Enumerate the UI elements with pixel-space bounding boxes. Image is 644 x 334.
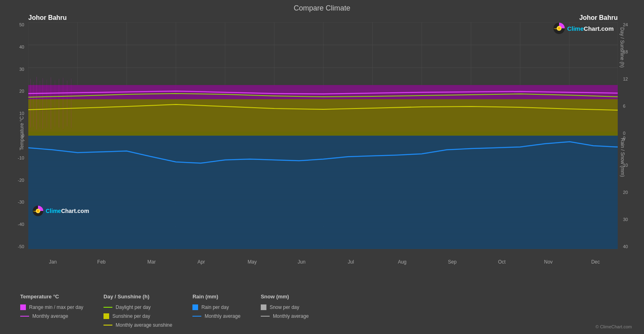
svg-rect-45 bbox=[63, 78, 63, 129]
month-mar: Mar bbox=[148, 259, 156, 265]
logo-text-bottom: ClimeChart.com bbox=[46, 208, 89, 214]
month-may: May bbox=[247, 259, 257, 265]
svg-rect-42 bbox=[51, 77, 51, 129]
svg-rect-31 bbox=[28, 136, 618, 249]
legend-rain-per-day-label: Rain per day bbox=[201, 304, 229, 310]
legend-snow-title: Snow (mm) bbox=[261, 294, 309, 300]
y-right-rain-30: 30 bbox=[623, 217, 628, 222]
legend-temp-avg: Monthly average bbox=[20, 313, 83, 319]
legend-rain-title: Rain (mm) bbox=[192, 294, 241, 300]
month-nov: Nov bbox=[544, 259, 553, 265]
y-right-rain-0: 0 bbox=[623, 136, 625, 140]
month-oct: Oct bbox=[498, 259, 506, 265]
y-left-10: 10 bbox=[19, 111, 24, 116]
legend-swatch-sunshine bbox=[103, 313, 109, 319]
y-left-0: 0 bbox=[22, 133, 24, 138]
main-container: Compare Climate Johor Bahru Johor Bahru … bbox=[0, 0, 644, 334]
month-sep: Sep bbox=[448, 259, 456, 265]
climechart-logo-bottom: ClimeChart.com bbox=[32, 205, 89, 217]
svg-rect-41 bbox=[46, 80, 47, 128]
legend-daylight: Daylight per day bbox=[103, 304, 172, 310]
legend-snow: Snow (mm) Snow per day Monthly average bbox=[261, 294, 309, 319]
y-left-n40: -40 bbox=[18, 222, 24, 227]
legend-temp-title: Temperature °C bbox=[20, 294, 83, 300]
legend-sunshine-per-day-label: Sunshine per day bbox=[112, 313, 150, 319]
legend-snow-avg: Monthly average bbox=[261, 313, 309, 319]
legend-temperature: Temperature °C Range min / max per day M… bbox=[20, 294, 83, 319]
legend-line-sunshine-avg bbox=[103, 325, 112, 325]
legend-rain: Rain (mm) Rain per day Monthly average bbox=[192, 294, 241, 319]
svg-rect-43 bbox=[55, 80, 55, 127]
svg-rect-37 bbox=[33, 82, 34, 127]
legend-snow-per-day: Snow per day bbox=[261, 304, 309, 310]
legend-rain-avg-label: Monthly average bbox=[205, 313, 241, 319]
legend-sunshine-per-day: Sunshine per day bbox=[103, 313, 172, 319]
svg-rect-35 bbox=[28, 99, 618, 136]
legend-sunshine-title: Day / Sunshine (h) bbox=[103, 294, 172, 300]
legend-line-rain-avg bbox=[192, 316, 201, 317]
y-right-rain-20: 20 bbox=[623, 190, 628, 195]
chart-svg bbox=[28, 22, 618, 249]
legend-rain-per-day: Rain per day bbox=[192, 304, 241, 310]
y-left-20: 20 bbox=[19, 89, 24, 94]
svg-rect-47 bbox=[71, 79, 72, 128]
month-jun: Jun bbox=[298, 259, 305, 265]
legend-line-daylight bbox=[103, 307, 112, 308]
legend-rain-avg: Monthly average bbox=[192, 313, 241, 319]
month-jul: Jul bbox=[348, 259, 354, 265]
legend-sunshine-avg: Monthly average sunshine bbox=[103, 322, 172, 328]
legend-temp-avg-label: Monthly average bbox=[32, 313, 68, 319]
svg-rect-38 bbox=[36, 77, 37, 130]
legend-swatch-snow bbox=[261, 304, 266, 310]
legend-swatch-rain bbox=[192, 304, 198, 310]
copyright: © ClimeChart.com bbox=[595, 324, 632, 329]
svg-rect-44 bbox=[59, 79, 59, 128]
y-left-n30: -30 bbox=[18, 200, 24, 204]
y-left-50: 50 bbox=[19, 22, 24, 27]
legend-snow-per-day-label: Snow per day bbox=[270, 304, 299, 310]
legend-line-snow-avg bbox=[261, 316, 270, 317]
legend-sunshine-avg-label: Monthly average sunshine bbox=[116, 322, 172, 328]
y-right-18: 18 bbox=[623, 49, 628, 54]
month-apr: Apr bbox=[197, 259, 205, 265]
month-dec: Dec bbox=[591, 259, 600, 265]
legend-temp-range: Range min / max per day bbox=[20, 304, 83, 310]
y-right-24: 24 bbox=[623, 22, 628, 27]
month-jan: Jan bbox=[49, 259, 57, 265]
legend-area: Temperature °C Range min / max per day M… bbox=[20, 294, 632, 328]
svg-point-50 bbox=[37, 210, 39, 212]
y-right-rain-10: 10 bbox=[623, 163, 628, 168]
y-left-n50: -50 bbox=[18, 244, 24, 249]
svg-rect-36 bbox=[30, 79, 31, 128]
y-right-12: 12 bbox=[623, 77, 628, 81]
y-left-40: 40 bbox=[19, 45, 24, 49]
y-left-n10: -10 bbox=[18, 155, 24, 160]
y-right-rain-40: 40 bbox=[623, 244, 628, 249]
legend-daylight-label: Daylight per day bbox=[116, 304, 151, 310]
month-feb: Feb bbox=[97, 259, 106, 265]
legend-sunshine: Day / Sunshine (h) Daylight per day Suns… bbox=[103, 294, 172, 328]
legend-swatch-temp-range bbox=[20, 304, 26, 310]
city-label-right: Johor Bahru bbox=[579, 14, 618, 21]
svg-rect-40 bbox=[42, 78, 43, 129]
legend-snow-avg-label: Monthly average bbox=[273, 313, 309, 319]
y-right-0: 0 bbox=[623, 131, 625, 136]
svg-rect-39 bbox=[40, 81, 40, 128]
y-right-6: 6 bbox=[623, 104, 625, 108]
page-title: Compare Climate bbox=[0, 0, 644, 15]
y-left-30: 30 bbox=[19, 67, 24, 72]
chart-area: 50 40 30 20 10 0 -10 -20 -30 -40 -50 24 … bbox=[28, 22, 618, 249]
svg-rect-46 bbox=[67, 81, 68, 126]
legend-temp-range-label: Range min / max per day bbox=[29, 304, 83, 310]
legend-line-temp-avg bbox=[20, 316, 29, 317]
y-left-n20: -20 bbox=[18, 178, 24, 183]
month-aug: Aug bbox=[398, 259, 406, 265]
city-label-left: Johor Bahru bbox=[28, 14, 67, 21]
logo-icon-bottom bbox=[32, 205, 44, 217]
